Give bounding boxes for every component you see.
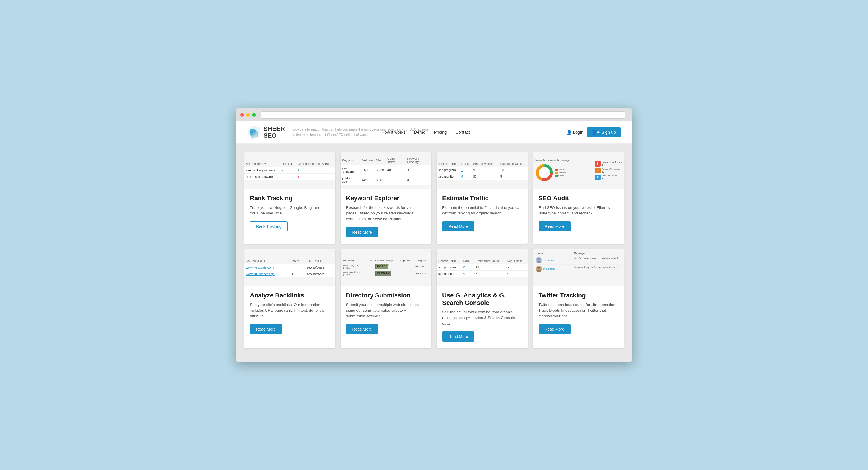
feature-card-keyword-explorer: Keyword Volume CPC Comp. Index Keyword D… — [341, 152, 432, 244]
twitter-tracking-body: Twitter Tracking Twitter is a precious s… — [533, 286, 624, 341]
analyze-backlinks-image: Source URL ▾ PR ▾ Link Text ▾ www.webcon… — [244, 249, 335, 286]
rank-tracking-title: Rank Tracking — [250, 195, 330, 202]
nav-demo[interactable]: Demo — [414, 130, 425, 134]
feature-card-estimate-traffic: Search Term Rank Search Volume Estimated… — [437, 152, 528, 244]
directory-submission-title: Directory Submission — [346, 292, 426, 299]
main-content: Search Term ▾ Rank ▲ Change Sin Last Sam… — [236, 144, 632, 362]
maximize-button[interactable] — [252, 113, 256, 117]
nav-pricing[interactable]: Pricing — [434, 130, 447, 134]
feature-card-directory-submission: Directory IT Captcha Image Captcha Categ… — [341, 249, 432, 349]
site-header: provide information that can help you ma… — [236, 121, 632, 144]
svg-point-6 — [536, 261, 541, 263]
analyze-backlinks-title: Analyze Backlinks — [250, 292, 330, 299]
feature-card-analytics-console: Search Term Rank Estimated Clicks Real C… — [437, 249, 528, 349]
analytics-console-body: Use G. Analytics & G. Search Console See… — [437, 286, 528, 349]
analytics-console-image: Search Term Rank Estimated Clicks Real C… — [437, 249, 528, 286]
keyword-explorer-body: Keyword Explorer Research for the best k… — [341, 189, 432, 244]
seo-audit-title: SEO Audit — [538, 195, 618, 202]
seo-audit-body: SEO Audit Find SEO issues on your websit… — [533, 189, 624, 239]
directory-submission-desc: Submit your site to multiple web directo… — [346, 302, 426, 319]
svg-point-4 — [538, 167, 550, 179]
rank-tracking-image: Search Term ▾ Rank ▲ Change Sin Last Sam… — [244, 152, 335, 189]
keyword-explorer-image: Keyword Volume CPC Comp. Index Keyword D… — [341, 152, 432, 189]
analytics-console-title: Use G. Analytics & G. Search Console — [442, 292, 522, 307]
rank-tracking-desc: Track your rankings on Google, Bing, and… — [250, 205, 330, 216]
analytics-console-button[interactable]: Read More — [442, 332, 474, 342]
header-actions: 👤 Login 👤+ Sign up — [566, 127, 621, 137]
feature-card-analyze-backlinks: Source URL ▾ PR ▾ Link Text ▾ www.webcon… — [244, 249, 335, 349]
seo-audit-image: Issues Distribution Percentage — [533, 152, 624, 189]
page-content: provide information that can help you ma… — [236, 121, 632, 362]
svg-point-7 — [537, 267, 540, 270]
analyze-backlinks-body: Analyze Backlinks See your site's backli… — [244, 286, 335, 341]
analyze-backlinks-desc: See your site's backlinks. Our informati… — [250, 302, 330, 319]
twitter-tracking-button[interactable]: Read More — [538, 324, 570, 334]
features-row-2: Source URL ▾ PR ▾ Link Text ▾ www.webcon… — [244, 249, 624, 349]
user-icon: 👤 — [566, 130, 572, 135]
keyword-explorer-title: Keyword Explorer — [346, 195, 426, 202]
svg-point-5 — [537, 258, 540, 261]
feature-card-rank-tracking: Search Term ▾ Rank ▲ Change Sin Last Sam… — [244, 152, 335, 244]
directory-submission-button[interactable]: Read More — [346, 324, 378, 334]
pages-with-issues-icon: ↑ — [595, 168, 600, 174]
svg-point-8 — [536, 270, 541, 272]
estimate-traffic-body: Estimate Traffic Estimate the potential … — [437, 189, 528, 239]
directory-submission-body: Directory Submission Submit your site to… — [341, 286, 432, 341]
analyze-backlinks-button[interactable]: Read More — [250, 324, 282, 334]
person-add-icon: 👤+ — [592, 130, 600, 135]
crawled-pages-icon: # — [595, 175, 600, 180]
estimate-traffic-desc: Estimate the potential traffic and value… — [442, 205, 522, 216]
audit-donut-chart — [535, 163, 554, 182]
browser-chrome — [236, 108, 632, 121]
logo-icon — [247, 125, 261, 139]
keyword-explorer-button[interactable]: Read More — [346, 227, 378, 238]
nav-contact[interactable]: Contact — [455, 130, 470, 134]
close-button[interactable] — [240, 113, 244, 117]
estimate-traffic-title: Estimate Traffic — [442, 195, 522, 202]
keyword-explorer-desc: Research for the best keywords for your … — [346, 205, 426, 222]
signup-button[interactable]: 👤+ Sign up — [587, 127, 621, 137]
feature-card-seo-audit: Issues Distribution Percentage — [533, 152, 624, 244]
estimate-traffic-button[interactable]: Read More — [442, 221, 474, 231]
seo-audit-button[interactable]: Read More — [538, 221, 570, 231]
twitter-tracking-desc: Twitter is a precious source for site pr… — [538, 302, 618, 319]
login-button[interactable]: 👤 Login — [566, 130, 584, 135]
unreachable-pages-icon: ! — [595, 161, 600, 166]
audit-chart-title: Issues Distribution Percentage — [535, 159, 593, 162]
logo[interactable]: SHEER SEO — [247, 125, 285, 139]
main-nav: How it works Demo Pricing Contact — [381, 130, 470, 134]
twitter-tracking-image: User ▾ Message ▾ — [533, 249, 624, 286]
rank-tracking-button[interactable]: Rank Tracking — [250, 221, 287, 231]
features-row-1: Search Term ▾ Rank ▲ Change Sin Last Sam… — [244, 152, 624, 244]
minimize-button[interactable] — [246, 113, 250, 117]
estimate-traffic-image: Search Term Rank Search Volume Estimated… — [437, 152, 528, 189]
logo-text: SHEER SEO — [264, 126, 285, 139]
url-bar[interactable] — [261, 111, 625, 119]
directory-submission-image: Directory IT Captcha Image Captcha Categ… — [341, 249, 432, 286]
rank-tracking-body: Rank Tracking Track your rankings on Goo… — [244, 189, 335, 239]
audit-issues-list: ! Unreachable Pages0 ↑ Pages With Issues… — [595, 161, 622, 180]
seo-audit-desc: Find SEO issues on your website. Filter … — [538, 205, 618, 216]
analytics-console-desc: See the actual traffic coming from organ… — [442, 309, 522, 327]
nav-how-it-works[interactable]: How it works — [381, 130, 405, 134]
twitter-tracking-title: Twitter Tracking — [538, 292, 618, 299]
browser-window: provide information that can help you ma… — [236, 108, 632, 362]
feature-card-twitter-tracking: User ▾ Message ▾ — [533, 249, 624, 349]
